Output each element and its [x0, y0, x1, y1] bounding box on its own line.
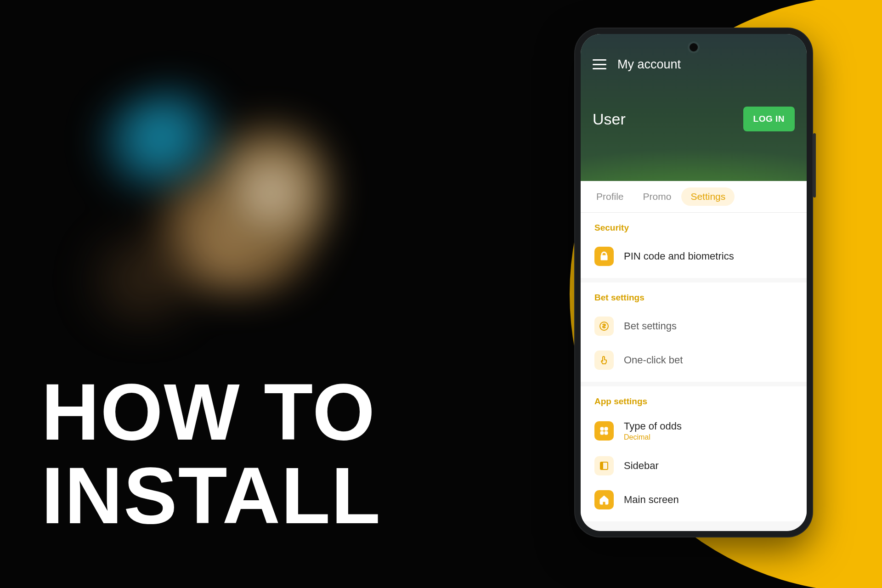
screen-title: My account: [617, 57, 681, 72]
phone-screen: My account User LOG IN Profile Promo Set…: [581, 34, 807, 531]
promo-stage: HOW TO INSTALL My account User LOG IN Pr…: [0, 0, 882, 588]
row-label: One-click bet: [624, 354, 683, 366]
app-header: My account User LOG IN: [581, 34, 807, 181]
tap-icon: [594, 351, 614, 370]
row-main-screen[interactable]: Main screen: [594, 483, 793, 517]
headline: HOW TO INSTALL: [41, 370, 381, 537]
tab-profile[interactable]: Profile: [596, 191, 624, 202]
row-sidebar[interactable]: Sidebar: [594, 449, 793, 483]
home-icon: [594, 490, 614, 509]
section-app-settings: App settings Type of odds Decimal: [581, 386, 807, 521]
row-label: PIN code and biometrics: [624, 250, 734, 262]
sidebar-icon: [594, 456, 614, 475]
coin-icon: [594, 317, 614, 336]
headline-line-1: HOW TO: [41, 370, 381, 454]
row-label: Sidebar: [624, 460, 659, 472]
section-title-bet: Bet settings: [594, 293, 793, 303]
section-security: Security PIN code and biometrics: [581, 213, 807, 278]
tab-settings[interactable]: Settings: [681, 187, 735, 206]
row-label: Type of odds: [624, 420, 682, 432]
menu-icon[interactable]: [593, 59, 606, 69]
row-bet-settings[interactable]: Bet settings: [594, 309, 793, 343]
row-type-of-odds[interactable]: Type of odds Decimal: [594, 413, 793, 449]
row-one-click-bet[interactable]: One-click bet: [594, 343, 793, 377]
svg-rect-6: [600, 462, 603, 469]
svg-rect-3: [600, 431, 604, 435]
row-label: Main screen: [624, 494, 679, 506]
row-subvalue: Decimal: [624, 433, 682, 441]
settings-content: Security PIN code and biometrics Bet set…: [581, 213, 807, 531]
grid-icon: [594, 421, 614, 441]
svg-rect-2: [605, 427, 608, 430]
section-title-app: App settings: [594, 396, 793, 407]
phone-mockup: My account User LOG IN Profile Promo Set…: [574, 28, 813, 537]
section-bet-settings: Bet settings Bet settings One-click bet: [581, 283, 807, 382]
account-tabs: Profile Promo Settings: [581, 181, 807, 213]
lock-icon: [594, 247, 614, 266]
headline-line-2: INSTALL: [41, 454, 381, 537]
section-title-security: Security: [594, 223, 793, 233]
row-pin-biometrics[interactable]: PIN code and biometrics: [594, 239, 793, 273]
user-row: User LOG IN: [593, 107, 795, 131]
login-button[interactable]: LOG IN: [743, 107, 795, 131]
tab-promo[interactable]: Promo: [643, 191, 672, 202]
phone-camera-cutout: [690, 43, 698, 51]
svg-rect-1: [600, 427, 604, 430]
topbar: My account: [593, 51, 795, 77]
user-label: User: [593, 110, 626, 128]
svg-rect-4: [605, 431, 608, 435]
background-hand-glow: [37, 55, 450, 377]
row-label: Bet settings: [624, 320, 677, 332]
